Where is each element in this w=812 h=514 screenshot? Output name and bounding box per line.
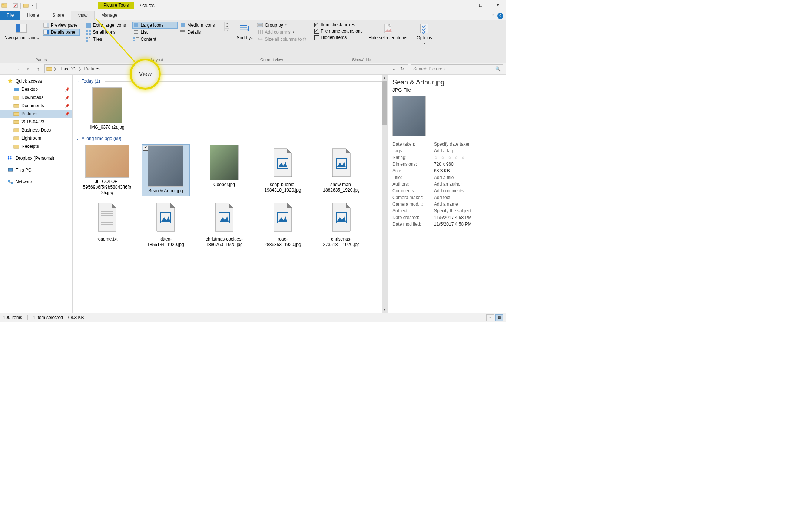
group-header-today[interactable]: ⌄Today (1) — [76, 77, 384, 85]
sidebar-folder[interactable]: Receipts — [0, 142, 72, 150]
explorer-icon — [1, 3, 7, 9]
layout-gallery-down[interactable]: ▾ — [225, 25, 229, 29]
tab-manage[interactable]: Manage — [95, 11, 124, 20]
file-label: soap-bubble-1984310_1920.jpg — [259, 180, 306, 193]
details-value[interactable]: Add comments — [434, 188, 464, 193]
file-label: Sean & Arthur.jpg — [148, 187, 183, 194]
thumbnails-view-button[interactable]: ▦ — [495, 314, 503, 321]
refresh-button[interactable]: ↻ — [398, 66, 407, 72]
group-header-longago[interactable]: ⌄A long time ago (99) — [76, 135, 384, 143]
layout-medium-icons[interactable]: Medium icons — [179, 22, 223, 29]
file-item[interactable]: christmas-2735181_1920.jpg — [317, 199, 365, 248]
checkbox-off-icon — [314, 35, 319, 40]
file-item[interactable]: JL_COLOR-59569b6f5f9b58843ff6fb25.jpg — [83, 144, 131, 196]
checkbox-on-icon[interactable] — [143, 146, 148, 151]
details-value[interactable]: Add a tag — [434, 148, 453, 153]
hideselected-button[interactable]: Hide selected items — [367, 22, 410, 41]
rating-stars[interactable]: ☆ ☆ ☆ ☆ ☆ — [434, 155, 466, 160]
layout-extra-large-icons[interactable]: Extra large icons — [84, 22, 131, 29]
properties-icon[interactable] — [12, 3, 18, 9]
svg-rect-50 — [14, 145, 19, 148]
sidebar-folder[interactable]: Lightroom — [0, 134, 72, 142]
up-button[interactable]: ↑ — [34, 65, 42, 73]
close-button[interactable]: ✕ — [489, 0, 506, 11]
itemcheckboxes-toggle[interactable]: Item check boxes — [314, 22, 365, 28]
layout-gallery-up[interactable]: ▴ — [225, 22, 229, 25]
image-file-icon — [265, 145, 301, 180]
tab-view[interactable]: View — [71, 11, 95, 20]
file-item[interactable]: Cooper.jpg — [200, 144, 248, 196]
scroll-down-icon[interactable]: ▾ — [382, 307, 388, 313]
address-dropdown[interactable]: ⌄ — [391, 67, 397, 71]
sidebar-network[interactable]: Network — [0, 178, 72, 186]
file-item[interactable]: rose-2886353_1920.jpg — [259, 199, 307, 248]
layout-tiles[interactable]: Tiles — [84, 36, 131, 43]
collapse-ribbon-icon[interactable]: ⌃ — [491, 14, 494, 18]
groupby-button[interactable]: Group by▾ — [256, 22, 309, 29]
details-value[interactable]: Add a title — [434, 175, 454, 180]
crumb-separator[interactable]: ❯ — [78, 67, 82, 71]
layout-gallery-more[interactable]: ┯ — [225, 29, 229, 31]
navigation-pane-button[interactable]: Navigation pane▾ — [2, 22, 41, 42]
fileextensions-toggle[interactable]: File name extensions — [314, 28, 365, 34]
file-item[interactable]: IMG_0378 (2).jpg — [83, 87, 131, 131]
tab-home[interactable]: Home — [20, 11, 46, 20]
qat-dropdown[interactable]: ▾ — [30, 4, 34, 7]
details-pane-button[interactable]: Details pane — [43, 29, 80, 36]
file-item[interactable]: soap-bubble-1984310_1920.jpg — [259, 144, 307, 196]
sidebar-folder[interactable]: 2018-04-23 — [0, 118, 72, 126]
maximize-button[interactable]: ☐ — [472, 0, 489, 11]
tab-share[interactable]: Share — [46, 11, 71, 20]
scroll-up-icon[interactable]: ▴ — [382, 75, 388, 81]
file-item[interactable]: snow-man-1882635_1920.jpg — [317, 144, 365, 196]
layout-small-icons[interactable]: Small icons — [84, 29, 131, 36]
history-dropdown[interactable]: ▾ — [24, 65, 32, 73]
sidebar-quick-access[interactable]: ⭐Quick access — [0, 77, 72, 85]
details-value[interactable]: Add an author — [434, 182, 462, 187]
help-icon[interactable]: ? — [497, 13, 503, 19]
file-item[interactable]: readme.txt — [83, 199, 131, 248]
tab-file[interactable]: File — [0, 11, 20, 20]
scroll-thumb[interactable] — [382, 81, 387, 125]
details-label: Camera maker: — [392, 195, 434, 200]
search-input[interactable]: Search Pictures 🔍 — [411, 64, 503, 73]
image-file-icon — [324, 145, 359, 180]
search-placeholder: Search Pictures — [413, 66, 445, 72]
address-field[interactable]: ❯ This PC ❯ Pictures ⌄ ↻ — [44, 64, 408, 73]
layout-list[interactable]: List — [132, 29, 178, 36]
details-value[interactable]: Specify date taken — [434, 142, 471, 147]
details-value[interactable]: Specify the subject — [434, 208, 471, 213]
crumb-separator[interactable]: ❯ — [53, 67, 57, 71]
sidebar-downloads[interactable]: Downloads📌 — [0, 93, 72, 102]
crumb-thispc[interactable]: This PC — [58, 66, 77, 72]
scrollbar[interactable]: ▴ ▾ — [382, 75, 388, 313]
minimize-button[interactable]: — — [455, 0, 472, 11]
file-item-selected[interactable]: Sean & Arthur.jpg — [142, 144, 190, 196]
svg-rect-12 — [89, 30, 91, 32]
file-item[interactable]: kitten-1856134_1920.jpg — [142, 199, 190, 248]
layout-content[interactable]: Content — [132, 36, 178, 43]
contextual-tab-label: Picture Tools — [103, 3, 129, 8]
file-item[interactable]: christmas-cookies-1886760_1920.jpg — [200, 199, 248, 248]
layout-details[interactable]: Details — [179, 29, 223, 36]
sortby-button[interactable]: Sort by▾ — [234, 22, 255, 42]
svg-rect-19 — [134, 23, 138, 27]
options-button[interactable]: Options▾ — [414, 22, 434, 47]
hiddenitems-toggle[interactable]: Hidden items — [314, 34, 365, 40]
details-view-button[interactable]: ≡ — [486, 314, 494, 321]
svg-rect-52 — [9, 172, 11, 172]
details-value[interactable]: Add a name — [434, 202, 458, 207]
crumb-pictures[interactable]: Pictures — [83, 66, 102, 72]
preview-pane-button[interactable]: Preview pane — [43, 22, 80, 29]
sidebar-folder[interactable]: Business Docs — [0, 126, 72, 134]
back-button[interactable]: ← — [3, 65, 11, 73]
svg-rect-5 — [16, 24, 20, 32]
sidebar-dropbox[interactable]: Dropbox (Personal) — [0, 154, 72, 162]
sidebar-documents[interactable]: Documents📌 — [0, 102, 72, 110]
sidebar-pictures[interactable]: Pictures📌 — [0, 110, 72, 118]
sidebar-thispc[interactable]: This PC — [0, 166, 72, 174]
new-folder-icon[interactable] — [23, 3, 29, 9]
layout-large-icons[interactable]: Large icons — [132, 22, 178, 29]
sidebar-desktop[interactable]: Desktop📌 — [0, 85, 72, 93]
details-value[interactable]: Add text — [434, 195, 450, 200]
